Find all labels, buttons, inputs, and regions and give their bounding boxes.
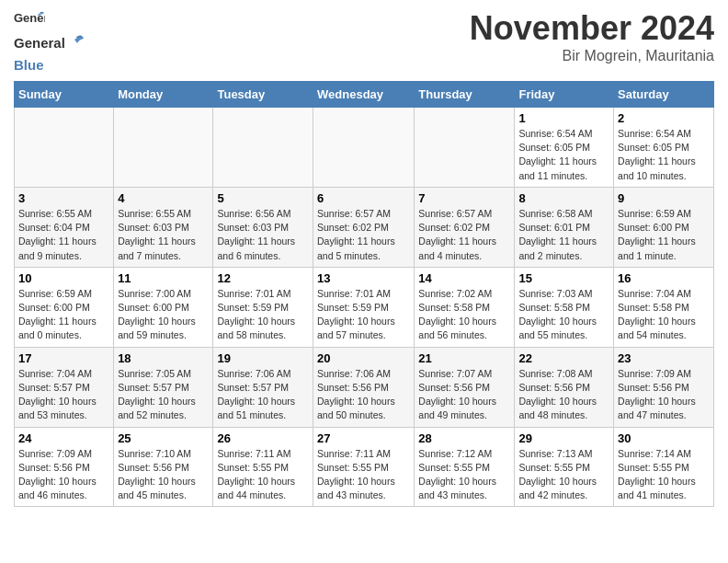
weekday-header-sunday: Sunday bbox=[15, 82, 114, 108]
calendar-cell: 29Sunrise: 7:13 AM Sunset: 5:55 PM Dayli… bbox=[515, 427, 614, 507]
calendar-cell: 14Sunrise: 7:02 AM Sunset: 5:58 PM Dayli… bbox=[415, 267, 515, 347]
calendar-cell bbox=[313, 108, 415, 188]
day-info: Sunrise: 7:14 AM Sunset: 5:55 PM Dayligh… bbox=[618, 447, 710, 503]
day-info: Sunrise: 7:08 AM Sunset: 5:56 PM Dayligh… bbox=[518, 367, 609, 423]
day-number: 27 bbox=[317, 431, 410, 445]
calendar-cell: 26Sunrise: 7:11 AM Sunset: 5:55 PM Dayli… bbox=[213, 427, 313, 507]
month-title: November 2024 bbox=[470, 9, 714, 48]
weekday-header-monday: Monday bbox=[114, 82, 213, 108]
day-number: 21 bbox=[418, 351, 510, 365]
day-number: 2 bbox=[618, 111, 710, 125]
weekday-header-tuesday: Tuesday bbox=[213, 82, 313, 108]
day-number: 16 bbox=[618, 271, 710, 285]
day-info: Sunrise: 6:55 AM Sunset: 6:03 PM Dayligh… bbox=[118, 207, 209, 263]
day-number: 20 bbox=[317, 351, 410, 365]
calendar-cell: 5Sunrise: 6:56 AM Sunset: 6:03 PM Daylig… bbox=[213, 187, 313, 267]
day-number: 10 bbox=[18, 271, 109, 285]
day-number: 7 bbox=[418, 191, 510, 205]
day-info: Sunrise: 6:57 AM Sunset: 6:02 PM Dayligh… bbox=[317, 207, 410, 263]
day-number: 28 bbox=[418, 431, 510, 445]
day-info: Sunrise: 7:11 AM Sunset: 5:55 PM Dayligh… bbox=[217, 447, 309, 503]
day-number: 26 bbox=[217, 431, 309, 445]
calendar-cell: 11Sunrise: 7:00 AM Sunset: 6:00 PM Dayli… bbox=[114, 267, 213, 347]
calendar-cell: 15Sunrise: 7:03 AM Sunset: 5:58 PM Dayli… bbox=[515, 267, 614, 347]
day-info: Sunrise: 6:56 AM Sunset: 6:03 PM Dayligh… bbox=[217, 207, 309, 263]
day-number: 30 bbox=[618, 431, 710, 445]
calendar-cell: 18Sunrise: 7:05 AM Sunset: 5:57 PM Dayli… bbox=[114, 347, 213, 427]
day-number: 4 bbox=[118, 191, 209, 205]
day-info: Sunrise: 6:59 AM Sunset: 6:00 PM Dayligh… bbox=[18, 287, 109, 343]
logo-icon: General bbox=[14, 9, 45, 35]
day-info: Sunrise: 7:06 AM Sunset: 5:57 PM Dayligh… bbox=[217, 367, 309, 423]
calendar-cell: 1Sunrise: 6:54 AM Sunset: 6:05 PM Daylig… bbox=[515, 108, 614, 188]
calendar-cell: 9Sunrise: 6:59 AM Sunset: 6:00 PM Daylig… bbox=[614, 187, 714, 267]
day-number: 3 bbox=[18, 191, 109, 205]
day-info: Sunrise: 6:54 AM Sunset: 6:05 PM Dayligh… bbox=[618, 127, 710, 183]
location-text: Bir Mogrein, Mauritania bbox=[470, 48, 714, 64]
day-info: Sunrise: 7:04 AM Sunset: 5:58 PM Dayligh… bbox=[618, 287, 710, 343]
day-number: 12 bbox=[217, 271, 309, 285]
calendar-cell bbox=[114, 108, 213, 188]
day-number: 23 bbox=[618, 351, 710, 365]
calendar-cell: 12Sunrise: 7:01 AM Sunset: 5:59 PM Dayli… bbox=[213, 267, 313, 347]
day-info: Sunrise: 6:55 AM Sunset: 6:04 PM Dayligh… bbox=[18, 207, 109, 263]
weekday-header-saturday: Saturday bbox=[614, 82, 714, 108]
day-info: Sunrise: 7:01 AM Sunset: 5:59 PM Dayligh… bbox=[317, 287, 410, 343]
day-info: Sunrise: 7:04 AM Sunset: 5:57 PM Dayligh… bbox=[18, 367, 109, 423]
day-number: 5 bbox=[217, 191, 309, 205]
weekday-header-friday: Friday bbox=[515, 82, 614, 108]
calendar-cell: 28Sunrise: 7:12 AM Sunset: 5:55 PM Dayli… bbox=[415, 427, 515, 507]
day-number: 15 bbox=[518, 271, 609, 285]
calendar-cell: 7Sunrise: 6:57 AM Sunset: 6:02 PM Daylig… bbox=[415, 187, 515, 267]
day-number: 18 bbox=[118, 351, 209, 365]
day-info: Sunrise: 7:06 AM Sunset: 5:56 PM Dayligh… bbox=[317, 367, 410, 423]
day-info: Sunrise: 7:07 AM Sunset: 5:56 PM Dayligh… bbox=[418, 367, 510, 423]
logo-blue-text: Blue bbox=[14, 57, 44, 73]
calendar-cell: 24Sunrise: 7:09 AM Sunset: 5:56 PM Dayli… bbox=[15, 427, 114, 507]
day-number: 8 bbox=[518, 191, 609, 205]
calendar-cell bbox=[213, 108, 313, 188]
day-info: Sunrise: 7:02 AM Sunset: 5:58 PM Dayligh… bbox=[418, 287, 510, 343]
calendar-cell: 10Sunrise: 6:59 AM Sunset: 6:00 PM Dayli… bbox=[15, 267, 114, 347]
day-number: 25 bbox=[118, 431, 209, 445]
day-number: 11 bbox=[118, 271, 209, 285]
calendar-cell bbox=[15, 108, 114, 188]
day-info: Sunrise: 6:58 AM Sunset: 6:01 PM Dayligh… bbox=[518, 207, 609, 263]
day-number: 24 bbox=[18, 431, 109, 445]
day-info: Sunrise: 7:09 AM Sunset: 5:56 PM Dayligh… bbox=[618, 367, 710, 423]
day-info: Sunrise: 7:12 AM Sunset: 5:55 PM Dayligh… bbox=[418, 447, 510, 503]
day-number: 6 bbox=[317, 191, 410, 205]
day-info: Sunrise: 7:13 AM Sunset: 5:55 PM Dayligh… bbox=[518, 447, 609, 503]
day-number: 17 bbox=[18, 351, 109, 365]
day-info: Sunrise: 7:10 AM Sunset: 5:56 PM Dayligh… bbox=[118, 447, 209, 503]
calendar-cell: 27Sunrise: 7:11 AM Sunset: 5:55 PM Dayli… bbox=[313, 427, 415, 507]
day-number: 19 bbox=[217, 351, 309, 365]
calendar-cell: 20Sunrise: 7:06 AM Sunset: 5:56 PM Dayli… bbox=[313, 347, 415, 427]
calendar-cell: 13Sunrise: 7:01 AM Sunset: 5:59 PM Dayli… bbox=[313, 267, 415, 347]
calendar-table: SundayMondayTuesdayWednesdayThursdayFrid… bbox=[14, 81, 714, 507]
page-header: General General Blue November 2024 Bir M… bbox=[14, 9, 714, 74]
calendar-cell bbox=[415, 108, 515, 188]
calendar-cell: 8Sunrise: 6:58 AM Sunset: 6:01 PM Daylig… bbox=[515, 187, 614, 267]
day-info: Sunrise: 7:09 AM Sunset: 5:56 PM Dayligh… bbox=[18, 447, 109, 503]
day-number: 14 bbox=[418, 271, 510, 285]
day-info: Sunrise: 7:00 AM Sunset: 6:00 PM Dayligh… bbox=[118, 287, 209, 343]
calendar-cell: 6Sunrise: 6:57 AM Sunset: 6:02 PM Daylig… bbox=[313, 187, 415, 267]
calendar-cell: 30Sunrise: 7:14 AM Sunset: 5:55 PM Dayli… bbox=[614, 427, 714, 507]
logo: General General Blue bbox=[14, 9, 87, 74]
day-info: Sunrise: 6:57 AM Sunset: 6:02 PM Dayligh… bbox=[418, 207, 510, 263]
day-number: 29 bbox=[518, 431, 609, 445]
title-block: November 2024 Bir Mogrein, Mauritania bbox=[470, 9, 714, 64]
day-number: 1 bbox=[518, 111, 609, 125]
weekday-header-thursday: Thursday bbox=[415, 82, 515, 108]
calendar-cell: 16Sunrise: 7:04 AM Sunset: 5:58 PM Dayli… bbox=[614, 267, 714, 347]
day-number: 13 bbox=[317, 271, 410, 285]
day-info: Sunrise: 7:03 AM Sunset: 5:58 PM Dayligh… bbox=[518, 287, 609, 343]
calendar-cell: 2Sunrise: 6:54 AM Sunset: 6:05 PM Daylig… bbox=[614, 108, 714, 188]
day-info: Sunrise: 7:01 AM Sunset: 5:59 PM Dayligh… bbox=[217, 287, 309, 343]
svg-text:General: General bbox=[14, 35, 65, 51]
day-number: 22 bbox=[518, 351, 609, 365]
calendar-cell: 17Sunrise: 7:04 AM Sunset: 5:57 PM Dayli… bbox=[15, 347, 114, 427]
calendar-cell: 22Sunrise: 7:08 AM Sunset: 5:56 PM Dayli… bbox=[515, 347, 614, 427]
page-container: General General Blue November 2024 Bir M… bbox=[0, 0, 728, 516]
